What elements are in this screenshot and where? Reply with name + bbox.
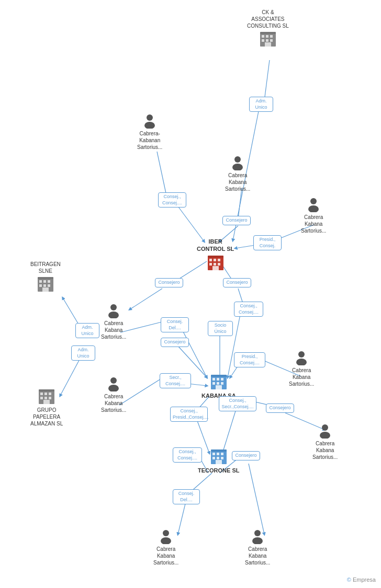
company-ck-label: CK &ASSOCIATESCONSULTING SL [247, 9, 289, 29]
role-consej-r7[interactable]: Consej.,Consej.... [234, 302, 263, 317]
role-secr-r13[interactable]: Secr.,Consej.... [160, 373, 191, 388]
role-consejdel-r20[interactable]: Consej.Del.... [173, 489, 200, 504]
person-p6-icon [293, 349, 310, 366]
person-p4[interactable]: CabreraKabanaSartorius... [101, 302, 126, 340]
svg-rect-55 [218, 263, 220, 266]
svg-rect-76 [44, 397, 47, 399]
person-p6-label: CabreraKabanaSartorius... [289, 367, 314, 387]
svg-rect-79 [39, 389, 54, 391]
person-p4-icon [105, 302, 122, 319]
svg-line-28 [222, 408, 237, 453]
company-ck-icon [259, 29, 277, 48]
role-consej-r18[interactable]: Consej.,Consej.... [173, 447, 202, 463]
person-p9-label: CabreraKabanaSartorius... [245, 546, 270, 566]
svg-rect-97 [212, 457, 215, 459]
company-ck-associates[interactable]: CK &ASSOCIATESCONSULTING SL [247, 8, 289, 48]
svg-line-18 [60, 356, 81, 396]
person-p1[interactable]: Cabrera-KabananSartorius... [137, 112, 162, 151]
role-adm-unico-r1[interactable]: Adm.Unico [249, 97, 273, 112]
svg-line-0 [264, 60, 270, 101]
svg-rect-63 [48, 280, 50, 283]
person-p2-label: CabreraKabanaSartorius... [225, 172, 250, 192]
svg-point-91 [322, 424, 328, 431]
svg-rect-101 [211, 449, 227, 452]
svg-rect-35 [262, 35, 264, 38]
person-p2-icon [229, 154, 246, 171]
svg-line-9 [130, 289, 162, 309]
svg-point-104 [254, 530, 261, 536]
company-kabana-icon [209, 372, 228, 391]
role-adm-unico-r12[interactable]: Adm.Unico [71, 345, 95, 361]
company-beitragen[interactable]: BEITRAGENSLNE [30, 260, 61, 293]
svg-rect-68 [38, 277, 53, 279]
person-p5[interactable]: CabreraKabanaSartorius... [101, 375, 126, 413]
person-p8[interactable]: CabreraKabanaSartorius... [153, 528, 178, 566]
role-adm-unico-r11[interactable]: Adm.Unico [75, 323, 99, 338]
role-presid-r14[interactable]: Presid.,Consej.... [234, 352, 265, 367]
person-p2[interactable]: CabreraKabanaSartorius... [225, 154, 250, 192]
svg-rect-73 [44, 393, 47, 395]
role-consejdel-r8[interactable]: Consej.Del.... [161, 317, 189, 332]
role-consejero-r19[interactable]: Consejero [232, 451, 260, 460]
company-kabana-sa[interactable]: KABANA SA [201, 372, 236, 399]
svg-rect-95 [217, 453, 219, 455]
person-p5-icon [105, 375, 122, 392]
svg-point-45 [310, 198, 317, 204]
person-p3-icon [305, 196, 322, 213]
svg-rect-78 [43, 400, 50, 404]
person-p1-icon [141, 112, 158, 129]
person-p3-label: CabreraKabanaSartorius... [301, 214, 326, 234]
role-socio-unico-r10[interactable]: SocioÚnico [208, 321, 233, 336]
role-consej-r2[interactable]: Consej.,Consej.... [158, 192, 186, 207]
svg-rect-98 [217, 457, 219, 459]
person-p6[interactable]: CabreraKabanaSartorius... [289, 349, 314, 387]
svg-rect-88 [221, 382, 223, 385]
svg-point-92 [320, 432, 330, 439]
role-consej-secr-r16[interactable]: Consej.,Secr.,Consej.... [219, 396, 256, 411]
svg-point-47 [147, 114, 153, 121]
svg-line-6 [157, 152, 166, 195]
svg-rect-99 [221, 457, 223, 459]
role-consejero-r9[interactable]: Consejero [161, 338, 189, 347]
person-p9[interactable]: CabreraKabanaSartorius... [245, 528, 270, 566]
svg-rect-66 [48, 284, 50, 287]
svg-point-69 [110, 377, 117, 384]
role-consejero-r6[interactable]: Consejero [223, 278, 251, 287]
svg-rect-74 [49, 393, 51, 395]
role-consejero-r3[interactable]: Consejero [222, 216, 251, 225]
svg-rect-53 [209, 263, 212, 266]
role-consejero-r17[interactable]: Consejero [266, 403, 294, 413]
company-grupo-papelera[interactable]: GRUPOPAPELERAALMAZAN SL [30, 387, 63, 427]
svg-point-102 [163, 530, 169, 536]
person-p1-label: Cabrera-KabananSartorius... [137, 130, 162, 151]
svg-line-2 [238, 188, 242, 218]
role-presid-r4[interactable]: Presid.,Consej. [253, 235, 282, 250]
company-beitragen-label: BEITRAGENSLNE [30, 261, 61, 274]
svg-rect-37 [270, 35, 273, 38]
svg-line-14 [181, 327, 207, 377]
role-consejero-r5[interactable]: Consejero [155, 278, 183, 287]
svg-rect-84 [217, 378, 219, 381]
svg-rect-65 [43, 284, 46, 287]
person-p8-icon [158, 528, 174, 545]
svg-rect-87 [217, 382, 219, 385]
company-iber-control[interactable]: IBERCONTROL SL [197, 237, 234, 272]
svg-rect-62 [43, 280, 46, 283]
person-p7[interactable]: CabreraKabanaSartorius... [312, 422, 338, 460]
svg-rect-83 [212, 378, 215, 381]
svg-point-105 [252, 537, 263, 544]
svg-point-59 [108, 312, 119, 318]
svg-line-7 [175, 203, 204, 241]
svg-rect-96 [221, 453, 223, 455]
company-tecorone-label: TECORONE SL [198, 467, 239, 474]
svg-rect-56 [212, 266, 219, 270]
svg-rect-39 [266, 39, 268, 42]
svg-rect-54 [214, 263, 216, 266]
company-grupo-label: GRUPOPAPELERAALMAZAN SL [30, 407, 63, 427]
person-p3[interactable]: CabreraKabanaSartorius... [301, 196, 326, 234]
person-p9-icon [249, 528, 266, 545]
svg-rect-94 [212, 453, 215, 455]
org-chart-canvas: CK &ASSOCIATESCONSULTING SL Adm.Unico Ca… [0, 0, 381, 588]
svg-point-46 [308, 205, 319, 212]
role-consej-presid-r15[interactable]: Consej.,Presid.,Consej.... [170, 407, 208, 422]
